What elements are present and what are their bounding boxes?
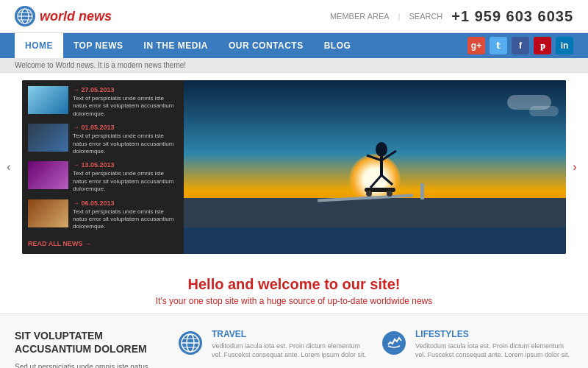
feature-lifestyles-desc: Veditodum iacula iota est. Proin dictum … [415, 342, 573, 360]
logo-text: world news [40, 9, 112, 24]
sidebar-title: SIT VOLUPTATEM ACCUSANTIUM DOLOREM [15, 329, 162, 355]
linkedin-icon[interactable]: in [556, 37, 573, 54]
news-date-3: 13.05.2013 [73, 161, 178, 169]
news-item-1[interactable]: 27.05.2013 Text of perspiciatis unde omn… [28, 86, 178, 118]
logo[interactable]: world news [15, 6, 112, 26]
read-all-link[interactable]: READ ALL NEWS [28, 240, 91, 247]
news-thumb-3 [28, 161, 68, 189]
slider-news-list: 27.05.2013 Text of perspiciatis unde omn… [22, 80, 184, 254]
feature-travel-desc: Veditodum iacula iota est. Proin dictum … [212, 342, 370, 360]
skater-silhouette [356, 135, 407, 201]
header-right: MEMBER AREA | SEARCH +1 959 603 6035 [330, 8, 573, 25]
feature-lifestyles: LIFESTYLES Veditodum iacula iota est. Pr… [380, 329, 573, 368]
news-desc-1: Text of perspiciatis unde omnis iste nat… [73, 95, 178, 118]
sky-scene [184, 80, 566, 227]
news-item-3[interactable]: 13.05.2013 Text of perspiciatis unde omn… [28, 161, 178, 193]
sidebar-body: Sed ut perspiciatis unde omnis iste natu… [15, 361, 162, 368]
hero-subtitle: It's your one stop site with a huge sour… [15, 296, 573, 306]
slider-container: 27.05.2013 Text of perspiciatis unde omn… [22, 80, 566, 254]
twitter-icon[interactable]: 𝕥 [490, 37, 507, 54]
social-icons: g+ 𝕥 f 𝐩 in [467, 37, 573, 54]
phone-number: +1 959 603 6035 [451, 8, 573, 25]
slider-hero-image [184, 80, 566, 254]
svg-line-10 [381, 175, 392, 185]
slider-next-button[interactable]: › [566, 154, 584, 180]
member-area-link[interactable]: MEMBER AREA [330, 12, 390, 21]
news-date-2: 01.05.2013 [73, 124, 178, 131]
svg-point-20 [382, 331, 406, 355]
nav-home[interactable]: HOME [15, 33, 63, 58]
gplus-icon[interactable]: g+ [467, 37, 485, 54]
content-section: SIT VOLUPTATEM ACCUSANTIUM DOLOREM Sed u… [0, 314, 588, 368]
feature-lifestyles-title: LIFESTYLES [415, 329, 573, 339]
nav-top-news[interactable]: TOP NEWS [63, 33, 134, 58]
svg-line-9 [370, 175, 381, 188]
features-grid: TRAVEL Veditodum iacula iota est. Proin … [176, 329, 573, 368]
lifestyles-icon [380, 329, 408, 357]
news-desc-2: Text of perspiciatis unde omnis iste nat… [73, 132, 178, 155]
slider-prev-button[interactable]: ‹ [0, 154, 18, 180]
news-date-1: 27.05.2013 [73, 86, 178, 93]
news-desc-3: Text of perspiciatis unde omnis iste nat… [73, 170, 178, 193]
news-thumb-1 [28, 86, 68, 114]
news-desc-4: Text of perspiciatis unde omnis iste nat… [73, 208, 178, 231]
feature-travel-title: TRAVEL [212, 329, 370, 339]
news-item-4[interactable]: 06.05.2013 Text of perspiciatis unde omn… [28, 199, 178, 231]
hero-section: Hello and welcome to our site! It's your… [0, 261, 588, 314]
search-link[interactable]: SEARCH [409, 12, 442, 21]
slider-area: ‹ 27.05.2013 Text of perspiciatis unde o… [0, 73, 588, 261]
nav-blog[interactable]: BLOG [314, 33, 362, 58]
svg-point-12 [366, 191, 372, 197]
nav-in-the-media[interactable]: IN THE MEDIA [134, 33, 218, 58]
news-date-4: 06.05.2013 [73, 199, 178, 207]
main-nav: HOME TOP NEWS IN THE MEDIA OUR CONTACTS … [0, 33, 588, 58]
news-thumb-4 [28, 199, 68, 227]
logo-globe-icon [15, 6, 35, 26]
travel-icon [176, 329, 204, 357]
news-item-2[interactable]: 01.05.2013 Text of perspiciatis unde omn… [28, 124, 178, 155]
nav-links: HOME TOP NEWS IN THE MEDIA OUR CONTACTS … [15, 33, 361, 58]
welcome-bar: Welcome to World news. It is a modern ne… [0, 58, 588, 73]
feature-travel: TRAVEL Veditodum iacula iota est. Proin … [176, 329, 370, 368]
nav-our-contacts[interactable]: OUR CONTACTS [218, 33, 314, 58]
site-header: world news MEMBER AREA | SEARCH +1 959 6… [0, 0, 588, 33]
ground-element [184, 198, 566, 227]
facebook-icon[interactable]: f [512, 37, 529, 54]
svg-point-13 [387, 191, 392, 197]
news-thumb-2 [28, 124, 68, 152]
hero-title: Hello and welcome to our site! [15, 276, 573, 293]
svg-point-5 [376, 142, 387, 157]
content-sidebar: SIT VOLUPTATEM ACCUSANTIUM DOLOREM Sed u… [15, 329, 162, 368]
pinterest-icon[interactable]: 𝐩 [534, 37, 551, 54]
